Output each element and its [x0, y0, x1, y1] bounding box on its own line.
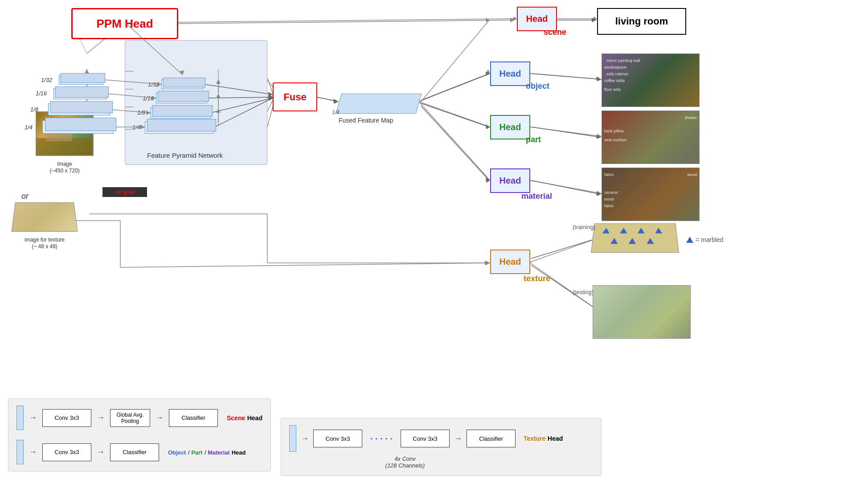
svg-marker-87	[485, 261, 489, 265]
head-object-label: Head	[500, 69, 521, 79]
head-scene-sublabel: scene	[544, 28, 566, 37]
svg-marker-25	[597, 191, 602, 195]
head-label-black: Head	[247, 414, 262, 422]
head-object: Head	[490, 61, 530, 86]
bottom-scene-section: → Conv 3x3 → Global Avg.Pooling → Classi…	[8, 398, 271, 471]
svg-marker-79	[596, 77, 601, 81]
frac-32-left: 1/32	[41, 77, 52, 83]
head-part: Head	[490, 115, 530, 139]
conv-3x3-tex1: Conv 3x3	[313, 430, 362, 447]
testing-output	[593, 285, 691, 339]
classifier-scene: Classifier	[169, 409, 218, 427]
svg-marker-23	[597, 134, 602, 138]
fpn-label: Feature Pyramid Network	[147, 152, 223, 159]
bottom-texture-section: → Conv 3x3 · · · · · Conv 3x3 → Classifi…	[281, 418, 602, 476]
no-grad-label: no grad	[115, 189, 135, 195]
svg-marker-13	[487, 69, 490, 74]
svg-line-64	[317, 97, 338, 102]
svg-line-37	[267, 96, 273, 98]
right-block-quarter	[145, 121, 214, 134]
ppm-head-label: PPM Head	[96, 17, 153, 31]
texture-head-row: → Conv 3x3 · · · · · Conv 3x3 → Classifi…	[289, 425, 593, 452]
left-block-eighth	[48, 103, 111, 115]
head-part-sublabel: part	[526, 135, 541, 144]
result-object-image: mirror painting wall windowpane sofa cab…	[602, 53, 700, 107]
training-label: (training)	[573, 224, 595, 230]
svg-marker-67	[486, 71, 489, 76]
scene-head-bottom-label: Scene Head	[227, 414, 262, 422]
svg-line-88	[531, 238, 597, 258]
svg-line-0	[178, 19, 517, 22]
arrow-2: →	[97, 413, 105, 422]
svg-marker-21	[597, 77, 602, 81]
arrow-3: →	[156, 413, 164, 422]
texture-text: image for texture(~ 48 x 48)	[25, 237, 65, 250]
or-text: or	[21, 192, 29, 201]
svg-marker-77	[592, 18, 596, 22]
classifier-obj: Classifier	[110, 443, 159, 461]
fused-map	[336, 94, 422, 114]
fused-quarter: 1/4	[332, 109, 340, 115]
arrow-t1: →	[301, 434, 309, 443]
texture-label: image for texture(~ 48 x 48)	[9, 236, 80, 250]
svg-line-32	[530, 263, 597, 310]
svg-marker-71	[486, 178, 489, 182]
arrow-4: →	[29, 447, 37, 457]
training-output	[593, 222, 682, 262]
right-block-32	[161, 79, 204, 89]
scene-label-red: Scene	[227, 414, 245, 422]
svg-marker-15	[487, 125, 490, 129]
svg-line-38	[267, 100, 273, 111]
head-texture-sublabel: texture	[524, 274, 550, 283]
result-material-image: fabric wood ceramic wood fabric	[602, 168, 700, 221]
living-room-box: living room	[597, 8, 686, 35]
frac-quarter-left: 1/4	[25, 124, 33, 131]
left-block-32	[59, 75, 103, 85]
svg-marker-1	[513, 16, 517, 21]
svg-line-10	[317, 97, 339, 102]
svg-marker-17	[487, 178, 490, 183]
svg-line-14	[419, 102, 490, 127]
image-label: Image(~450 x 720)	[36, 160, 94, 174]
frac-sixteenth-right: 1/16	[143, 95, 154, 102]
head-material: Head	[490, 168, 530, 193]
svg-marker-41	[268, 94, 273, 98]
fused-map-label: Fused Feature Map	[339, 117, 393, 124]
texture-image	[12, 202, 78, 232]
svg-line-20	[530, 74, 602, 79]
obj-head-bottom-label: Object / Part / Material Head	[168, 448, 246, 456]
svg-line-70	[421, 106, 489, 180]
arrow-1: →	[29, 413, 37, 422]
svg-marker-75	[510, 18, 515, 22]
scene-feat-icon	[16, 406, 24, 430]
frac-quarter-right: 1/4	[132, 124, 140, 131]
svg-marker-47	[268, 92, 273, 96]
right-block-sixteenth	[156, 93, 207, 103]
frac-32-right: 1/32	[148, 81, 159, 88]
svg-line-72	[421, 20, 489, 102]
conv-3x3-scene: Conv 3x3	[42, 409, 91, 427]
classifier-tex: Classifier	[467, 430, 516, 447]
svg-line-36	[267, 80, 273, 87]
texture-head-bottom-label: Texture Head	[524, 435, 563, 443]
svg-line-39	[267, 107, 273, 127]
svg-marker-65	[333, 99, 338, 103]
head-material-label: Head	[500, 176, 521, 186]
result-part-image: drawer back pillow seat cushion	[602, 111, 700, 164]
material-label: Material	[208, 449, 229, 456]
head-label-tex: Head	[548, 435, 563, 442]
frac-eighth-right: 1/8	[137, 109, 145, 116]
head-texture-label: Head	[500, 257, 521, 267]
right-block-eighth	[151, 107, 211, 119]
marbled-label: = marbled	[696, 236, 724, 243]
svg-line-86	[120, 263, 489, 267]
head-texture: Head	[490, 250, 530, 274]
dots: · · · · ·	[367, 434, 396, 444]
left-block-quarter	[42, 120, 114, 134]
svg-marker-83	[596, 192, 601, 196]
texture-feat-icon	[289, 425, 296, 452]
testing-label: (testing)	[573, 289, 594, 295]
left-block-sixteenth	[53, 88, 107, 99]
gap-label: Global Avg.Pooling	[116, 412, 143, 424]
svg-marker-81	[596, 135, 601, 139]
